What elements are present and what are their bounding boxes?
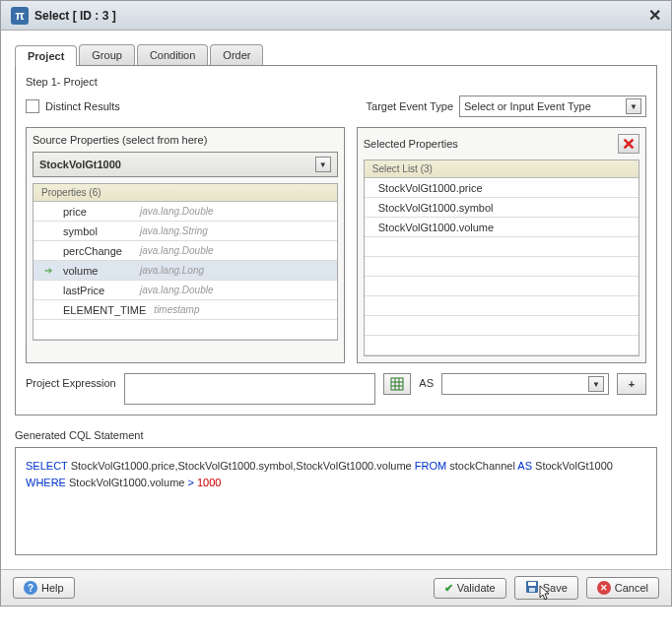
property-type: java.lang.Double	[140, 285, 214, 295]
svg-rect-7	[529, 588, 535, 592]
project-expression-input[interactable]	[124, 373, 376, 405]
dialog-title: Select [ ID : 3 ]	[34, 9, 116, 23]
step-title: Step 1- Project	[26, 76, 646, 88]
save-button[interactable]: Save	[514, 576, 578, 600]
property-type: java.lang.String	[140, 225, 208, 236]
titlebar: π Select [ ID : 3 ] ✕	[1, 1, 671, 31]
target-event-label: Target Event Type	[367, 100, 453, 112]
svg-rect-0	[391, 378, 403, 390]
selected-item[interactable]: StockVolGt1000.symbol	[365, 198, 638, 218]
property-name: symbol	[63, 225, 132, 237]
tab-pane-project: Step 1- Project Distinct Results Target …	[15, 66, 657, 415]
select-list: Select List (3) StockVolGt1000.priceStoc…	[364, 160, 639, 356]
validate-label: Validate	[457, 582, 496, 594]
footer: ? Help ✔ Validate Save ✕ Cancel	[1, 569, 671, 606]
list-item	[365, 296, 638, 316]
help-label: Help	[41, 582, 64, 594]
property-name: volume	[63, 265, 132, 277]
as-dropdown[interactable]: ▼	[441, 373, 609, 395]
property-row[interactable]: ➔ ELEMENT_TIME timestamp	[34, 300, 337, 320]
arrow-right-icon: ➔	[41, 265, 55, 276]
pi-icon: π	[11, 7, 29, 25]
property-row[interactable]: ➔ volume java.lang.Long	[34, 261, 337, 281]
add-button[interactable]: +	[617, 373, 646, 395]
property-row[interactable]: ➔ percChange java.lang.Double	[34, 241, 337, 261]
property-name: ELEMENT_TIME	[63, 304, 146, 316]
properties-header: Properties (6)	[34, 184, 337, 202]
selected-title: Selected Properties	[364, 138, 458, 150]
source-title: Source Properties (select from here)	[33, 134, 207, 146]
tab-condition[interactable]: Condition	[137, 44, 208, 65]
property-name: lastPrice	[63, 285, 132, 296]
source-stream-dropdown[interactable]: StockVolGt1000 ▼	[33, 152, 338, 177]
chevron-down-icon: ▼	[626, 98, 641, 114]
tab-group[interactable]: Group	[79, 44, 135, 65]
property-type: java.lang.Double	[140, 206, 214, 217]
delete-button[interactable]	[618, 134, 639, 154]
list-item	[34, 320, 337, 340]
tab-project[interactable]: Project	[15, 45, 77, 66]
selected-item[interactable]: StockVolGt1000.price	[365, 178, 638, 198]
tab-order[interactable]: Order	[210, 44, 263, 65]
tabs: Project Group Condition Order	[15, 44, 657, 66]
help-icon: ?	[24, 581, 37, 595]
distinct-checkbox[interactable]	[26, 99, 39, 113]
list-item	[365, 336, 638, 355]
as-label: AS	[419, 373, 434, 389]
property-name: price	[63, 206, 132, 218]
source-panel: Source Properties (select from here) Sto…	[26, 127, 345, 363]
table-icon	[390, 377, 404, 391]
property-row[interactable]: ➔ price java.lang.Double	[34, 202, 337, 222]
cancel-button[interactable]: ✕ Cancel	[586, 577, 659, 599]
cql-title: Generated CQL Statement	[15, 429, 657, 441]
property-row[interactable]: ➔ symbol java.lang.String	[34, 222, 337, 241]
project-expression-label: Project Expression	[26, 373, 116, 389]
expression-builder-button[interactable]	[383, 373, 411, 395]
help-button[interactable]: ? Help	[13, 577, 75, 599]
list-item	[365, 237, 638, 257]
list-item	[365, 277, 638, 296]
properties-list: Properties (6) ➔ price java.lang.Double➔…	[33, 183, 338, 341]
cancel-label: Cancel	[615, 582, 648, 594]
chevron-down-icon: ▼	[315, 157, 331, 172]
select-list-header: Select List (3)	[365, 160, 638, 178]
list-item	[365, 316, 638, 336]
save-label: Save	[543, 582, 568, 594]
chevron-down-icon: ▼	[588, 376, 604, 392]
property-type: java.lang.Double	[140, 245, 214, 256]
check-icon: ✔	[444, 582, 453, 595]
cancel-icon: ✕	[597, 581, 611, 595]
target-event-value: Select or Input Event Type	[464, 100, 591, 112]
property-type: java.lang.Long	[140, 265, 204, 276]
distinct-label: Distinct Results	[45, 100, 120, 112]
source-stream-value: StockVolGt1000	[39, 159, 121, 170]
validate-button[interactable]: ✔ Validate	[434, 578, 506, 599]
selected-item[interactable]: StockVolGt1000.volume	[365, 218, 638, 237]
close-icon[interactable]: ✕	[648, 6, 661, 25]
select-dialog: π Select [ ID : 3 ] ✕ Project Group Cond…	[0, 0, 672, 607]
property-name: percChange	[63, 245, 132, 257]
property-row[interactable]: ➔ lastPrice java.lang.Double	[34, 281, 337, 300]
list-item	[365, 257, 638, 277]
delete-icon	[622, 137, 636, 151]
property-type: timestamp	[154, 304, 199, 315]
selected-panel: Selected Properties Select List (3) Stoc…	[357, 127, 646, 363]
target-event-dropdown[interactable]: Select or Input Event Type ▼	[459, 96, 646, 117]
cql-statement: SELECT StockVolGt1000.price,StockVolGt10…	[15, 447, 657, 555]
svg-rect-6	[528, 582, 536, 586]
save-icon	[525, 580, 539, 596]
